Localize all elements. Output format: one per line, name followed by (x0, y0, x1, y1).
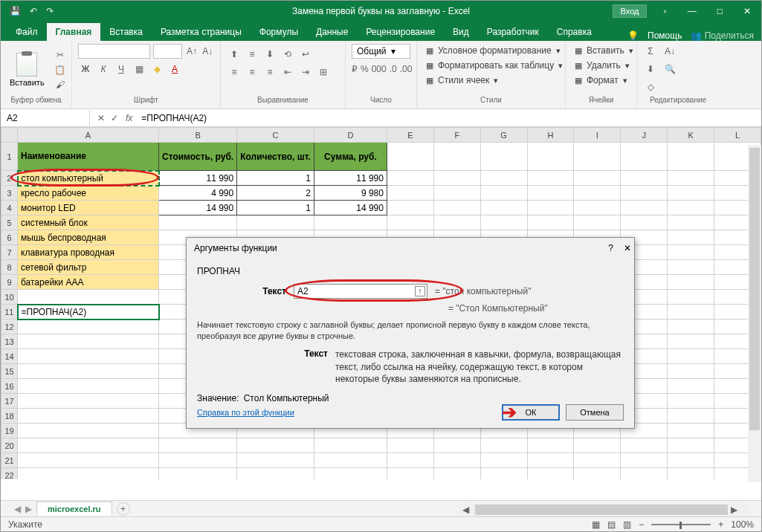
cell[interactable] (159, 215, 237, 230)
row-header[interactable]: 10 (1, 290, 18, 305)
cell[interactable] (237, 468, 314, 480)
dialog-title-bar[interactable]: Аргументы функции ? ✕ (187, 238, 634, 259)
save-icon[interactable]: 💾 (10, 6, 21, 16)
cell-a2[interactable]: стол компьютерный (18, 171, 159, 186)
zoom-out-icon[interactable]: − (639, 519, 644, 530)
redo-icon[interactable]: ↷ (46, 6, 54, 16)
sheet-tab[interactable]: microexcel.ru (36, 502, 112, 516)
row-header[interactable]: 3 (1, 186, 18, 201)
cell[interactable] (668, 409, 714, 424)
row-header[interactable]: 4 (1, 201, 18, 215)
tab-data[interactable]: Данные (307, 23, 357, 41)
cell[interactable] (480, 468, 527, 480)
cell[interactable] (574, 215, 621, 230)
row-header[interactable]: 20 (1, 438, 18, 453)
cell[interactable] (18, 424, 159, 438)
cell[interactable] (668, 364, 714, 379)
cell[interactable] (668, 201, 714, 215)
cell[interactable] (668, 453, 714, 468)
cell[interactable] (668, 394, 714, 409)
cell[interactable] (480, 186, 527, 201)
align-mid-icon[interactable]: ≡ (245, 47, 259, 62)
tab-review[interactable]: Рецензирование (357, 23, 444, 41)
maximize-icon[interactable]: □ (707, 1, 733, 22)
border-icon[interactable]: ▦ (132, 62, 146, 77)
ribbon-options-icon[interactable]: ▫ (653, 1, 677, 22)
italic-button[interactable]: К (96, 62, 111, 77)
cell[interactable] (18, 290, 159, 305)
format-cells-button[interactable]: ▦ Формат ▾ (572, 74, 630, 87)
cell[interactable]: Наименование (18, 143, 159, 171)
cell[interactable] (18, 438, 159, 453)
cell[interactable] (433, 453, 480, 468)
tab-home[interactable]: Главная (47, 23, 101, 41)
dec-decimal-icon[interactable]: .00 (400, 62, 413, 77)
cell[interactable] (527, 438, 574, 453)
tab-formulas[interactable]: Формулы (251, 23, 307, 41)
cell[interactable] (668, 230, 714, 245)
indent-dec-icon[interactable]: ⇤ (280, 65, 295, 80)
share-button[interactable]: 👥 Поделиться (691, 30, 754, 41)
cell[interactable] (574, 143, 621, 171)
col-header[interactable]: E (387, 128, 433, 143)
tab-layout[interactable]: Разметка страницы (152, 23, 251, 41)
cell[interactable] (621, 171, 668, 186)
cell[interactable]: мышь беспроводная (18, 230, 159, 245)
col-header[interactable]: L (714, 128, 761, 143)
cell[interactable] (621, 186, 668, 201)
zoom-in-icon[interactable]: + (718, 519, 723, 530)
select-all[interactable] (1, 128, 18, 143)
tab-developer[interactable]: Разработчик (478, 23, 548, 41)
cell[interactable] (668, 186, 714, 201)
cell[interactable] (480, 171, 527, 186)
cell[interactable] (668, 379, 714, 394)
row-header[interactable]: 21 (1, 453, 18, 468)
dialog-close-icon[interactable]: ✕ (624, 243, 631, 253)
sheet-nav-prev-icon[interactable]: ◀ (14, 504, 21, 514)
row-header[interactable]: 9 (1, 275, 18, 290)
cell[interactable]: 1 (237, 201, 314, 215)
cell[interactable]: 2 (237, 186, 314, 201)
format-painter-icon[interactable]: 🖌 (54, 79, 67, 91)
login-button[interactable]: Вход (613, 4, 648, 18)
cell[interactable]: батарейки AAA (18, 275, 159, 290)
cell[interactable] (668, 275, 714, 290)
add-sheet-icon[interactable]: + (117, 502, 130, 516)
row-header[interactable]: 1 (1, 143, 18, 171)
view-layout-icon[interactable]: ▤ (607, 519, 616, 530)
cell-styles-button[interactable]: ▦ Стили ячеек ▾ (423, 74, 559, 87)
cell[interactable] (387, 453, 433, 468)
cell[interactable]: сетевой фильтр (18, 260, 159, 275)
zoom-level[interactable]: 100% (731, 519, 754, 530)
cell[interactable]: 1 (237, 171, 314, 186)
horizontal-scrollbar[interactable]: ◀▶ (459, 503, 748, 516)
percent-icon[interactable]: % (361, 62, 369, 77)
cell[interactable] (159, 468, 237, 480)
cell[interactable] (574, 201, 621, 215)
cell[interactable] (387, 171, 433, 186)
cut-icon[interactable]: ✂ (54, 49, 67, 61)
formula-bar[interactable]: =ПРОПНАЧ(A2) (137, 111, 761, 126)
cell[interactable] (387, 186, 433, 201)
cell[interactable]: 11 990 (314, 171, 387, 186)
cell[interactable] (527, 453, 574, 468)
comma-icon[interactable]: 000 (372, 62, 387, 77)
undo-icon[interactable]: ↶ (30, 6, 37, 16)
cell[interactable] (237, 215, 314, 230)
col-header[interactable]: G (480, 128, 527, 143)
cell[interactable]: Количество, шт. (237, 143, 314, 171)
row-header[interactable]: 6 (1, 230, 18, 245)
tab-view[interactable]: Вид (444, 23, 478, 41)
name-box[interactable]: A2 (1, 111, 90, 126)
col-header[interactable]: I (574, 128, 621, 143)
cell[interactable] (668, 468, 714, 480)
col-header[interactable]: C (237, 128, 314, 143)
underline-button[interactable]: Ч (114, 62, 129, 77)
cell[interactable]: Сумма, руб. (314, 143, 387, 171)
cell[interactable] (480, 453, 527, 468)
cell[interactable] (668, 424, 714, 438)
row-header[interactable]: 19 (1, 424, 18, 438)
cell[interactable] (574, 186, 621, 201)
cell[interactable] (387, 201, 433, 215)
cell[interactable] (18, 364, 159, 379)
